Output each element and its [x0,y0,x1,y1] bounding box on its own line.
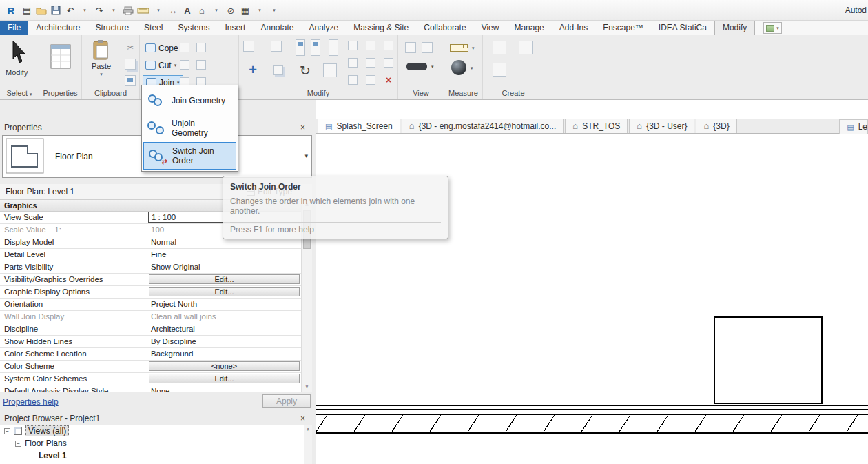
property-value[interactable]: Architectural [147,323,301,335]
cut-button[interactable]: Cut▾ [143,58,179,72]
graphic-display-options-edit-button[interactable]: Edit... [149,287,300,296]
revit-logo-icon[interactable]: R [3,3,19,18]
trim-extend-multiple-icon[interactable] [384,41,393,50]
tree-item-label[interactable]: Floor Plans [25,438,67,448]
tab-manage[interactable]: Manage [506,21,551,35]
trim-extend-icon[interactable] [323,63,337,77]
tab-structure[interactable]: Structure [87,21,136,35]
dimension-caret-icon[interactable]: ▾ [471,65,473,71]
tree-item-label[interactable]: Level 1 [39,451,67,461]
scroll-down-icon[interactable]: ∨ [302,381,312,392]
measure-caret2-icon[interactable]: ▾ [472,46,475,51]
collapse-icon[interactable]: − [4,428,10,434]
array-icon[interactable] [348,75,358,85]
tab-enscape[interactable]: Enscape™ [595,21,651,35]
property-value[interactable]: By Discipline [147,336,301,347]
trim-extend-single-icon[interactable] [366,41,375,50]
switch-windows-caret-icon[interactable]: ▾ [253,3,267,18]
properties-button[interactable] [50,43,71,70]
tab-idea-statica[interactable]: IDEA StatiCa [651,21,714,35]
move-icon[interactable]: + [245,61,261,78]
measure-caret-icon[interactable]: ▾ [152,3,165,18]
section-icon[interactable]: ⊘ [224,3,238,18]
tree-item-label[interactable]: Views (all) [25,425,69,436]
paste-button[interactable]: Paste ▾ [92,39,111,77]
view-tab-partial[interactable]: ▤Le [839,119,868,134]
tab-add-ins[interactable]: Add-Ins [552,21,595,35]
wall-joins-icon[interactable] [180,43,189,52]
uncut-geometry-icon[interactable] [196,60,206,70]
split-with-gap-icon[interactable] [348,58,358,68]
aligned-dimension-icon[interactable]: ↔ [166,3,180,18]
project-browser-scrollbar[interactable]: ∧ [304,425,312,464]
menu-item-join-geometry[interactable]: Join Geometry [143,87,236,114]
switch-windows-icon[interactable]: ▦ [238,3,252,18]
tab-file[interactable]: File [0,21,28,35]
tab-analyze[interactable]: Analyze [302,21,347,35]
beam-column-joins-icon[interactable] [196,43,206,52]
view-tab-3d[interactable]: ⌂{3D} [696,119,736,133]
tree-item-views[interactable]: − Views (all) [0,425,312,437]
visibility-graphics-edit-button[interactable]: Edit... [149,274,300,284]
property-value[interactable]: Project North [147,299,301,310]
undo-caret-icon[interactable]: ▾ [78,3,92,18]
copy-icon[interactable] [273,65,283,75]
measure-tool-icon[interactable] [450,44,468,52]
temporary-hide-isolate-icon[interactable] [422,42,433,53]
modify-tool-button[interactable]: Modify [6,38,28,77]
apply-button[interactable]: Apply [262,394,311,408]
text-icon[interactable]: A [180,3,194,18]
create-parts-icon[interactable] [493,41,506,54]
match-type-properties-icon[interactable] [125,75,136,86]
view-tab-splash-screen[interactable]: ▤Splash_Screen [318,119,400,133]
mirror-draw-axis-icon[interactable] [311,39,320,56]
property-value[interactable]: Background [147,348,301,360]
ribbon-options-button[interactable]: ▾ [763,22,782,34]
tab-insert[interactable]: Insert [217,21,253,35]
measure-icon[interactable] [136,3,151,18]
customize-qat-icon[interactable]: ▾ [267,3,281,18]
undo-icon[interactable]: ↶ [63,3,77,18]
menu-item-unjoin-geometry[interactable]: Unjoin Geometry [143,114,236,142]
view-tab-3d-user[interactable]: ⌂{3D - User} [629,119,694,133]
properties-help-link[interactable]: Properties help [3,397,59,407]
pin-icon[interactable] [366,58,375,68]
rotate-icon[interactable]: ↻ [298,63,313,78]
room-rectangle[interactable] [714,317,822,403]
mirror-pick-axis-icon[interactable] [296,39,305,56]
view-tab-3d-user-account[interactable]: ⌂{3D - eng.mostafa2414@hotmail.co... [402,119,564,133]
type-selector-caret-icon[interactable]: ▾ [304,152,308,159]
redo-caret-icon[interactable]: ▾ [107,3,121,18]
tab-modify[interactable]: Modify [714,21,755,35]
open-icon[interactable] [34,3,48,18]
scroll-up-icon[interactable]: ∧ [304,425,312,434]
sheet-set-icon[interactable]: ▤ [20,3,34,18]
copy-to-clipboard-icon[interactable] [125,59,136,70]
property-value[interactable]: Show Original [147,261,301,273]
hide-isolate-glasses-icon[interactable] [406,63,427,70]
tab-annotate[interactable]: Annotate [253,21,301,35]
project-browser-close-icon[interactable]: × [298,414,308,423]
default-3d-view-icon[interactable]: ⌂ [195,3,209,18]
print-icon[interactable] [121,3,135,18]
menu-item-switch-join-order[interactable]: ⇄ Switch Join Order [143,142,236,170]
trim-extend-corner-icon[interactable] [348,41,358,50]
save-icon[interactable] [49,3,63,18]
property-value[interactable]: None [147,385,301,392]
cut-geometry-icon[interactable] [180,60,189,70]
split-element-icon[interactable] [329,39,338,56]
align-icon[interactable] [243,41,254,52]
tree-item-floor-plans[interactable]: − Floor Plans [0,437,312,450]
redo-icon[interactable]: ↷ [92,3,106,18]
3d-view-caret-icon[interactable]: ▾ [209,3,223,18]
select-panel-label[interactable]: Select ▾ [0,88,39,99]
tree-item-level-1[interactable]: Level 1 [0,450,312,462]
property-value[interactable]: Fine [147,249,301,261]
system-color-schemes-edit-button[interactable]: Edit... [149,374,300,383]
color-scheme-button[interactable]: <none> [149,361,300,371]
tab-steel[interactable]: Steel [136,21,170,35]
delete-icon[interactable]: × [384,75,393,85]
collapse-icon[interactable]: − [15,441,21,447]
tab-massing-site[interactable]: Massing & Site [346,21,416,35]
view-tab-str-tos[interactable]: ⌂STR_TOS [565,119,628,133]
